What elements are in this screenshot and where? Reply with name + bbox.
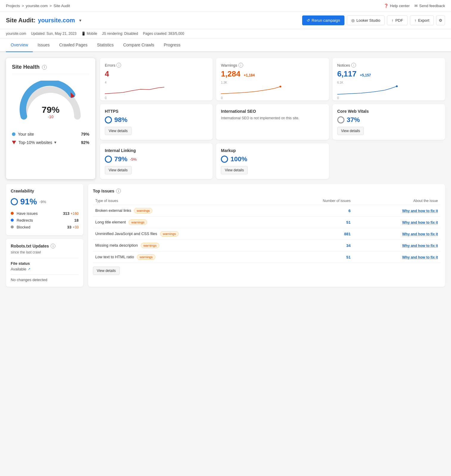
external-link-icon[interactable]: ↗: [28, 267, 30, 271]
pdf-button[interactable]: ↑ PDF: [387, 15, 408, 25]
meta-site: yoursite.com: [6, 32, 26, 36]
have-issues-dot: [11, 212, 14, 215]
il-view-details[interactable]: View details: [105, 166, 132, 174]
top-nav: Projects > yoursite.com > Site Audit ❓ H…: [0, 0, 451, 12]
crawlability-card: Crawlability 91% -9% Have issues 313: [6, 184, 83, 235]
markup-card: Markup 100% View details: [216, 143, 329, 179]
top10-triangle: [12, 141, 16, 144]
meta-device: 📱 Mobile: [81, 32, 97, 36]
looker-studio-button[interactable]: ◎ Looker Studio: [347, 15, 385, 25]
intl-seo-card: International SEO International SEO is n…: [216, 104, 329, 140]
help-icon: ❓: [384, 4, 388, 8]
tab-overview[interactable]: Overview: [6, 38, 33, 52]
export-icon: ↑: [414, 18, 416, 23]
errors-value: 4: [105, 69, 208, 79]
issue-fix-0[interactable]: Why and how to fix it: [353, 205, 440, 217]
blocked-dot: [11, 226, 14, 228]
cwv-view-details[interactable]: View details: [337, 127, 364, 135]
svg-text:-10: -10: [48, 115, 54, 119]
col-about-header: About the issue: [353, 197, 440, 205]
view-details-row: View details: [93, 263, 440, 275]
notices-value: 6,117 +5,157: [337, 69, 440, 79]
gauge-container: 79% -10: [12, 78, 89, 125]
breadcrumb-sep2: >: [49, 4, 52, 8]
your-site-dot: [12, 132, 15, 136]
issue-row-2: Unminified JavaScript and CSS files warn…: [93, 228, 440, 240]
markup-circle: [221, 156, 228, 163]
header-actions: ↺ Rerun campaign ◎ Looker Studio ↑ PDF ↑…: [302, 15, 445, 25]
legend-your-site: Your site 79%: [12, 130, 89, 138]
tab-statistics[interactable]: Statistics: [92, 38, 118, 52]
tab-crawled-pages[interactable]: Crawled Pages: [54, 38, 92, 52]
errors-chart: 4 0: [105, 81, 208, 96]
svg-text:79%: 79%: [42, 105, 60, 115]
breadcrumb-projects[interactable]: Projects: [6, 4, 20, 8]
site-name[interactable]: yoursite.com: [38, 17, 75, 24]
issue-fix-2[interactable]: Why and how to fix it: [353, 228, 440, 240]
warnings-info-icon[interactable]: i: [238, 63, 243, 68]
core-web-vitals-card: Core Web Vitals 37% View details: [333, 104, 445, 140]
help-center-link[interactable]: ❓ Help center: [384, 4, 410, 8]
notices-card: Notices i 6,117 +5,157 6.1K: [333, 58, 445, 101]
issue-row-3: Missing meta description warnings 34 Why…: [93, 240, 440, 251]
errors-chart-svg: [105, 85, 208, 95]
issue-fix-3[interactable]: Why and how to fix it: [353, 240, 440, 251]
tab-progress[interactable]: Progress: [159, 38, 185, 52]
breadcrumb-site[interactable]: yoursite.com: [26, 4, 48, 8]
left-bottom: Crawlability 91% -9% Have issues 313: [6, 184, 83, 287]
feedback-link[interactable]: ✉ Send feedback: [414, 4, 445, 8]
redirects-dot: [11, 219, 14, 222]
issue-badge-3: warnings: [141, 243, 159, 248]
issue-type-3: Missing meta description warnings: [93, 240, 283, 251]
notices-info-icon[interactable]: i: [351, 63, 356, 68]
issue-fix-4[interactable]: Why and how to fix it: [353, 251, 440, 263]
warnings-chart: 1.3K 0: [221, 81, 324, 96]
errors-card: Errors i 4 4: [100, 58, 213, 101]
issue-fix-1[interactable]: Why and how to fix it: [353, 217, 440, 228]
tab-compare-crawls[interactable]: Compare Crawls: [118, 38, 159, 52]
notices-label: Notices i: [337, 63, 440, 68]
issue-row-0: Broken external links warnings 6 Why and…: [93, 205, 440, 217]
settings-button[interactable]: ⚙: [436, 15, 445, 25]
issue-count-1: 51: [283, 217, 353, 228]
bottom-section: Crawlability 91% -9% Have issues 313: [6, 184, 445, 287]
page-title: Site Audit: yoursite.com ▼: [6, 17, 82, 24]
site-health-info-icon[interactable]: i: [42, 65, 47, 70]
robots-title: Robots.txt Updates i: [11, 244, 79, 248]
tabs-bar: Overview Issues Crawled Pages Statistics…: [0, 38, 451, 52]
il-percent: 79% -5%: [105, 155, 208, 163]
issue-type-4: Low text to HTML ratio warnings: [93, 251, 283, 263]
site-health-card: Site Health i 79% -10: [6, 58, 95, 179]
meta-pages: Pages crawled: 383/5,000: [143, 32, 184, 36]
file-available: Available ↗: [11, 267, 79, 271]
tab-issues[interactable]: Issues: [33, 38, 54, 52]
rerun-campaign-button[interactable]: ↺ Rerun campaign: [302, 15, 344, 25]
issue-count-2: 881: [283, 228, 353, 240]
issue-type-2: Unminified JavaScript and CSS files warn…: [93, 228, 283, 240]
issue-count-3: 34: [283, 240, 353, 251]
internal-linking-card: Internal Linking 79% -5% View details: [100, 143, 213, 179]
issue-badge-1: warnings: [129, 220, 147, 225]
robots-info-icon[interactable]: i: [51, 244, 55, 248]
looker-icon: ◎: [351, 18, 355, 23]
issue-row-4: Low text to HTML ratio warnings 51 Why a…: [93, 251, 440, 263]
https-percent: 98%: [105, 116, 208, 124]
svg-point-4: [396, 85, 398, 87]
top-nav-actions: ❓ Help center ✉ Send feedback: [384, 4, 445, 8]
blocked-stat: Blocked 33 +33: [11, 224, 79, 231]
top10-chevron[interactable]: ▼: [54, 140, 57, 145]
https-view-details[interactable]: View details: [105, 127, 132, 135]
redirects-stat: Redirects 18: [11, 217, 79, 224]
top-issues-view-details[interactable]: View details: [93, 267, 120, 275]
site-dropdown-icon[interactable]: ▼: [79, 18, 82, 23]
markup-view-details[interactable]: View details: [221, 166, 248, 174]
cwv-circle: [337, 116, 344, 123]
errors-label: Errors i: [105, 63, 208, 68]
export-button[interactable]: ↑ Export: [410, 15, 434, 25]
crawl-stats: Have issues 313 +160 Redirects: [11, 210, 79, 231]
gauge-svg: 79% -10: [18, 81, 83, 122]
top-issues-info-icon[interactable]: i: [116, 189, 121, 193]
notices-chart: 6.1K 0: [337, 81, 440, 96]
page-header: Site Audit: yoursite.com ▼ ↺ Rerun campa…: [0, 12, 451, 29]
errors-info-icon[interactable]: i: [116, 63, 121, 68]
